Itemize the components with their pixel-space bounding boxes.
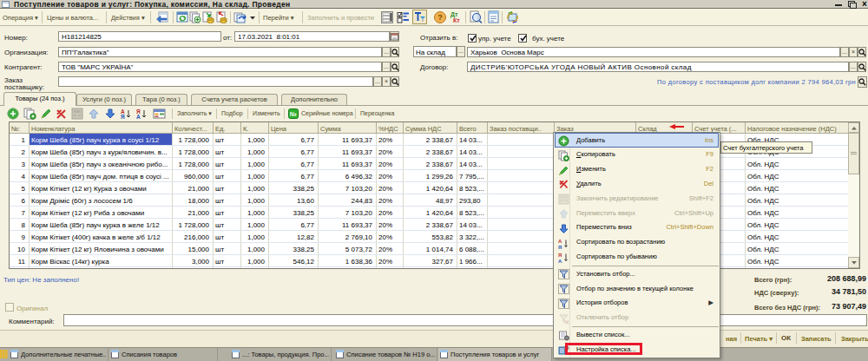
svg-text:А: А [136,114,141,120]
svg-text:Я: Я [121,114,125,120]
svg-text:№: № [290,111,297,117]
svg-text:А: А [558,239,562,244]
svg-text:А: А [558,259,562,264]
svg-text:Я: Я [558,244,562,249]
svg-text:Кт: Кт [453,17,460,23]
svg-text:?: ? [437,13,443,22]
svg-text:Я: Я [558,253,562,258]
